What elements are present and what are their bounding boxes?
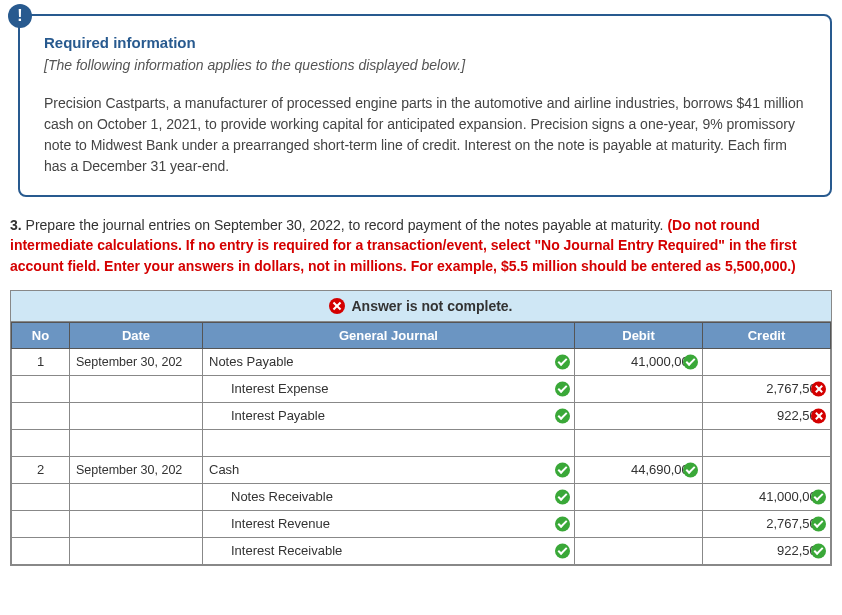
check-icon (555, 543, 570, 558)
table-row: Interest Payable922,500 (12, 402, 831, 429)
question-body: Prepare the journal entries on September… (22, 217, 668, 233)
cell-no[interactable]: 1 (12, 348, 70, 375)
required-info-title: Required information (44, 34, 806, 51)
x-icon (811, 381, 826, 396)
question-text: 3. Prepare the journal entries on Septem… (10, 215, 832, 276)
table-row: Interest Receivable922,500 (12, 537, 831, 564)
journal-table: No Date General Journal Debit Credit 1Se… (11, 322, 831, 565)
cell-date[interactable] (70, 375, 203, 402)
cell-credit[interactable]: 922,500 (703, 402, 831, 429)
cell-credit[interactable] (703, 429, 831, 456)
header-gj: General Journal (203, 322, 575, 348)
check-icon (811, 543, 826, 558)
cell-account[interactable] (203, 429, 575, 456)
check-icon (555, 381, 570, 396)
cell-date[interactable] (70, 483, 203, 510)
cell-credit[interactable]: 41,000,000 (703, 483, 831, 510)
header-date: Date (70, 322, 203, 348)
cell-credit[interactable] (703, 456, 831, 483)
info-note: [The following information applies to th… (44, 57, 806, 73)
cell-debit[interactable] (575, 375, 703, 402)
cell-date[interactable] (70, 510, 203, 537)
cell-date[interactable] (70, 429, 203, 456)
check-icon (683, 354, 698, 369)
cell-account[interactable]: Interest Payable (203, 402, 575, 429)
cell-debit[interactable] (575, 429, 703, 456)
table-row: 2September 30, 202Cash44,690,000 (12, 456, 831, 483)
cell-credit[interactable]: 2,767,500 (703, 510, 831, 537)
table-row: Interest Expense2,767,500 (12, 375, 831, 402)
cell-credit[interactable]: 2,767,500 (703, 375, 831, 402)
cell-debit[interactable] (575, 483, 703, 510)
cell-credit[interactable] (703, 348, 831, 375)
cell-no[interactable] (12, 537, 70, 564)
cell-no[interactable] (12, 510, 70, 537)
table-row: Notes Receivable41,000,000 (12, 483, 831, 510)
required-info-box: ! Required information [The following in… (18, 14, 832, 197)
check-icon (555, 462, 570, 477)
check-icon (811, 516, 826, 531)
cell-date[interactable] (70, 537, 203, 564)
check-icon (555, 516, 570, 531)
check-icon (555, 354, 570, 369)
table-row: 1September 30, 202Notes Payable41,000,00… (12, 348, 831, 375)
table-row: Interest Revenue2,767,500 (12, 510, 831, 537)
alert-icon: ! (8, 4, 32, 28)
cell-date[interactable]: September 30, 202 (70, 348, 203, 375)
header-credit: Credit (703, 322, 831, 348)
cell-no[interactable] (12, 375, 70, 402)
table-row (12, 429, 831, 456)
check-icon (555, 489, 570, 504)
info-body: Precision Castparts, a manufacturer of p… (44, 93, 806, 177)
cell-account[interactable]: Notes Receivable (203, 483, 575, 510)
error-icon (329, 298, 345, 314)
check-icon (683, 462, 698, 477)
cell-debit[interactable]: 44,690,000 (575, 456, 703, 483)
cell-credit[interactable]: 922,500 (703, 537, 831, 564)
check-icon (555, 408, 570, 423)
cell-no[interactable] (12, 483, 70, 510)
cell-debit[interactable] (575, 510, 703, 537)
cell-no[interactable] (12, 402, 70, 429)
check-icon (811, 489, 826, 504)
header-debit: Debit (575, 322, 703, 348)
answer-status-bar: Answer is not complete. (11, 291, 831, 322)
cell-account[interactable]: Interest Expense (203, 375, 575, 402)
cell-account[interactable]: Interest Receivable (203, 537, 575, 564)
answer-panel: Answer is not complete. No Date General … (10, 290, 832, 566)
cell-debit[interactable] (575, 402, 703, 429)
cell-account[interactable]: Interest Revenue (203, 510, 575, 537)
x-icon (811, 408, 826, 423)
cell-date[interactable]: September 30, 202 (70, 456, 203, 483)
cell-account[interactable]: Notes Payable (203, 348, 575, 375)
header-no: No (12, 322, 70, 348)
cell-debit[interactable]: 41,000,000 (575, 348, 703, 375)
cell-account[interactable]: Cash (203, 456, 575, 483)
cell-date[interactable] (70, 402, 203, 429)
cell-debit[interactable] (575, 537, 703, 564)
cell-no[interactable]: 2 (12, 456, 70, 483)
question-number: 3. (10, 217, 22, 233)
answer-status-text: Answer is not complete. (351, 298, 512, 314)
cell-no[interactable] (12, 429, 70, 456)
